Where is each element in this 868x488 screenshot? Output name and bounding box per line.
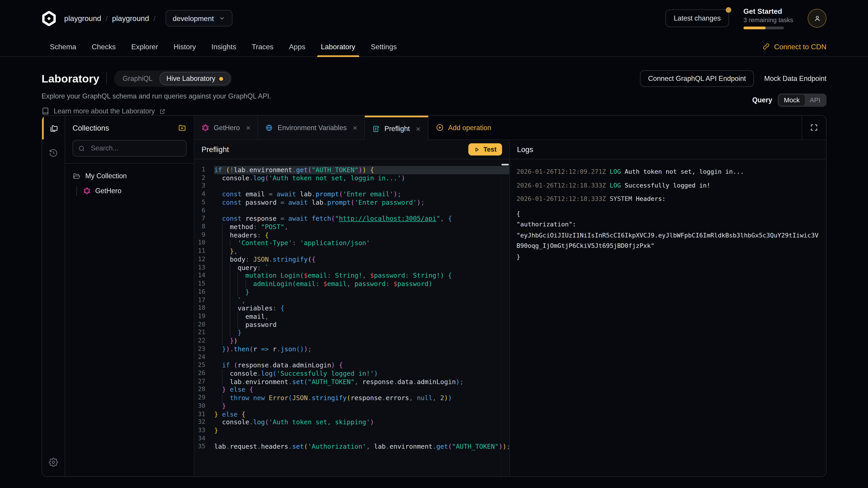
line-number: 25 bbox=[194, 361, 214, 369]
line-number: 11 bbox=[194, 248, 214, 256]
line-number: 34 bbox=[194, 435, 214, 443]
latest-changes-label: Latest changes bbox=[674, 14, 721, 22]
code-line: 12 body: JSON.stringify({ bbox=[194, 256, 509, 264]
connect-to-cdn-link[interactable]: Connect to CDN bbox=[763, 42, 827, 51]
line-number: 33 bbox=[194, 427, 214, 435]
preflight-title: Preflight bbox=[202, 145, 229, 154]
close-icon[interactable]: × bbox=[246, 123, 250, 132]
close-icon[interactable]: × bbox=[416, 124, 421, 133]
minimap-slider[interactable] bbox=[502, 164, 509, 165]
code-line: 20 password bbox=[194, 321, 509, 329]
line-number: 13 bbox=[194, 264, 214, 272]
tab-preflight[interactable]: Preflight× bbox=[365, 116, 428, 140]
collections-tree: My Collection GetHero bbox=[65, 164, 194, 203]
person-icon bbox=[813, 14, 821, 22]
log-entry: 2026-01-26T12:12:18.333Z LOG Successfull… bbox=[517, 181, 819, 190]
get-started-title: Get Started bbox=[743, 7, 794, 15]
get-started-widget[interactable]: Get Started 3 remaining tasks bbox=[743, 7, 794, 29]
query-toggle-label: Query bbox=[752, 96, 772, 104]
nav-item-insights[interactable]: Insights bbox=[211, 37, 236, 57]
collection-operation-gethero[interactable]: GetHero bbox=[83, 186, 186, 196]
folders-icon bbox=[49, 124, 58, 133]
test-button[interactable]: Test bbox=[468, 143, 502, 156]
tab-gethero[interactable]: GetHero× bbox=[194, 116, 258, 139]
log-entry: 2026-01-26T12:12:18.333Z SYSTEM Headers: bbox=[517, 195, 819, 203]
line-number: 31 bbox=[194, 410, 214, 418]
code-line: 11 }, bbox=[194, 248, 509, 256]
code-line: 29 throw new Error(JSON.stringify(respon… bbox=[194, 394, 509, 402]
line-number: 16 bbox=[194, 288, 214, 296]
nav-item-laboratory[interactable]: Laboratory bbox=[321, 37, 355, 57]
nav-item-traces[interactable]: Traces bbox=[252, 37, 274, 57]
laboratory-panel: Collections My Collection bbox=[41, 115, 827, 477]
mode-option-graphiql[interactable]: GraphiQL bbox=[116, 72, 159, 85]
collection-folder-label: My Collection bbox=[85, 172, 127, 180]
code-line: 26 console.log('Successfully logged in!'… bbox=[194, 369, 509, 378]
mock-endpoint-button[interactable]: Mock Data Endpoint bbox=[764, 75, 827, 83]
target-select[interactable]: development bbox=[165, 10, 232, 26]
fullscreen-icon bbox=[810, 123, 818, 132]
close-icon[interactable]: × bbox=[353, 123, 358, 132]
code-line: 23 }).then(r => r.json()); bbox=[194, 345, 509, 353]
connect-endpoint-label: Connect GraphQL API Endpoint bbox=[648, 75, 746, 83]
query-source-toggle: MockAPI bbox=[778, 94, 827, 107]
search-input[interactable] bbox=[90, 144, 181, 153]
breadcrumb-separator: / bbox=[105, 14, 107, 22]
line-number: 15 bbox=[194, 280, 214, 288]
page-title: Laboratory bbox=[41, 72, 99, 85]
code-line: 28 } else { bbox=[194, 386, 509, 394]
line-number: 12 bbox=[194, 256, 214, 264]
query-source-api[interactable]: API bbox=[805, 95, 825, 106]
laboratory-page: playground / playground / development La… bbox=[0, 0, 868, 488]
chevron-down-icon bbox=[219, 15, 225, 22]
line-number: 3 bbox=[194, 182, 214, 191]
rail-settings-button[interactable] bbox=[42, 448, 65, 476]
logs-title: Logs bbox=[517, 145, 533, 154]
code-line: 30 } bbox=[194, 402, 509, 410]
nav-item-explorer[interactable]: Explorer bbox=[131, 37, 158, 57]
collections-search bbox=[72, 140, 186, 157]
query-source-mock[interactable]: Mock bbox=[779, 95, 805, 106]
graphql-icon bbox=[83, 187, 91, 195]
breadcrumb-org[interactable]: playground bbox=[64, 14, 101, 22]
learn-more-link[interactable]: Learn more about the Laboratory bbox=[41, 107, 271, 115]
tab-bar: GetHero×Environment Variables×Preflight×… bbox=[194, 116, 826, 140]
nav-item-checks[interactable]: Checks bbox=[92, 37, 116, 57]
collection-folder-my-collection[interactable]: My Collection bbox=[72, 171, 186, 181]
avatar[interactable] bbox=[808, 9, 827, 28]
line-number: 6 bbox=[194, 207, 214, 215]
line-number: 30 bbox=[194, 402, 214, 410]
code-editor[interactable]: 1if (!lab.environment.get("AUTH_TOKEN"))… bbox=[194, 159, 509, 476]
connect-endpoint-button[interactable]: Connect GraphQL API Endpoint bbox=[640, 70, 754, 87]
new-collection-button[interactable] bbox=[178, 123, 186, 132]
nav-item-history[interactable]: History bbox=[174, 37, 196, 57]
nav-item-settings[interactable]: Settings bbox=[371, 37, 397, 57]
line-number: 4 bbox=[194, 191, 214, 199]
line-number: 1 bbox=[194, 166, 214, 174]
tab-environment-variables[interactable]: Environment Variables× bbox=[258, 116, 365, 139]
code-line: 9 headers: { bbox=[194, 231, 509, 239]
nav-item-apps[interactable]: Apps bbox=[289, 37, 305, 57]
top-bar: playground / playground / development La… bbox=[0, 0, 868, 37]
rail-collections-button[interactable] bbox=[42, 116, 65, 142]
connect-to-cdn-label: Connect to CDN bbox=[774, 42, 827, 51]
log-detail-block: { "authorization":"eyJhbGciOiJIUzI1NiIsI… bbox=[517, 208, 819, 263]
line-number: 22 bbox=[194, 337, 214, 345]
nav-item-schema[interactable]: Schema bbox=[50, 37, 76, 57]
mode-option-hive-laboratory[interactable]: Hive Laboratory bbox=[159, 72, 230, 85]
hive-logo-icon[interactable] bbox=[41, 11, 57, 26]
code-line: 31} else { bbox=[194, 410, 509, 418]
log-entry: 2026-01-26T12:12:09.271Z LOG Auth token … bbox=[517, 168, 819, 176]
tab-add-operation[interactable]: Add operation bbox=[428, 116, 498, 139]
fullscreen-button[interactable] bbox=[802, 116, 826, 139]
latest-changes-button[interactable]: Latest changes bbox=[665, 9, 729, 27]
breadcrumb-project[interactable]: playground bbox=[112, 14, 149, 22]
primary-nav: SchemaChecksExplorerHistoryInsightsTrace… bbox=[0, 37, 868, 57]
line-number: 20 bbox=[194, 321, 214, 329]
collections-title: Collections bbox=[72, 124, 109, 132]
script-icon bbox=[372, 125, 380, 132]
rail-history-button[interactable] bbox=[42, 142, 65, 164]
tab-label: Environment Variables bbox=[278, 124, 347, 131]
code-line: 7 const response = await fetch("http://l… bbox=[194, 215, 509, 223]
code-line: 33} bbox=[194, 427, 509, 435]
